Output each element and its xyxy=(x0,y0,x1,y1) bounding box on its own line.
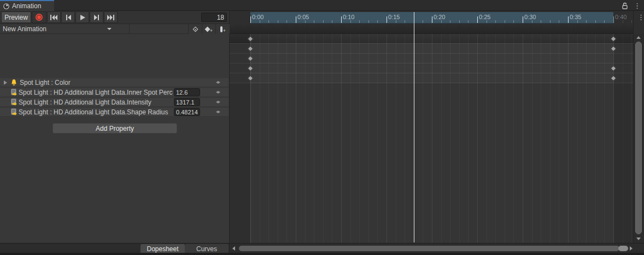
current-frame-field[interactable] xyxy=(201,13,227,22)
window-bottom-edge xyxy=(0,253,644,255)
value-field-shape-radius[interactable] xyxy=(174,108,200,116)
keyframe-diamond[interactable] xyxy=(247,45,253,51)
vertical-scrollbar[interactable] xyxy=(633,34,644,243)
ruler-time-label: 0:35 xyxy=(570,14,581,20)
tab-active-accent xyxy=(0,0,54,1)
horizontal-scroll-thumb-end-handle[interactable] xyxy=(618,246,628,251)
ruler-tick xyxy=(441,20,442,23)
time-ruler[interactable]: 0:000:050:100:150:200:250:300:350:40 xyxy=(230,11,633,24)
playhead-line[interactable] xyxy=(414,12,414,242)
ruler-tick xyxy=(377,20,378,23)
ruler-tick xyxy=(296,16,296,23)
property-list-panel: Spot Light : Color Spot Light : HD Addit… xyxy=(0,34,230,243)
clip-bar: New Animation + + xyxy=(0,24,230,34)
record-button[interactable] xyxy=(32,11,46,23)
tab-dopesheet[interactable]: Dopesheet xyxy=(140,244,185,253)
clip-dropdown[interactable]: New Animation xyxy=(0,24,130,34)
timeline-menu-icon[interactable]: ⋮ xyxy=(637,14,644,21)
key-state-marker[interactable] xyxy=(216,91,220,94)
previous-frame-button[interactable] xyxy=(61,11,75,23)
scroll-down-arrow-icon[interactable] xyxy=(636,237,641,240)
key-state-marker[interactable] xyxy=(216,101,220,103)
dopesheet-area[interactable] xyxy=(230,34,633,243)
ruler-tick xyxy=(623,20,623,23)
ruler-tick xyxy=(286,20,287,23)
value-field-intensity[interactable] xyxy=(174,98,200,106)
previous-frame-icon xyxy=(66,15,71,20)
property-row-inner-spot-percent[interactable]: Spot Light : HD Additional Light Data.In… xyxy=(0,88,229,96)
script-icon xyxy=(10,89,17,96)
ruler-time-label: 0:20 xyxy=(434,14,445,20)
tab-curves[interactable]: Curves xyxy=(185,244,229,253)
script-icon xyxy=(10,108,17,115)
tab-label: Animation xyxy=(12,2,41,10)
property-row-color[interactable]: Spot Light : Color xyxy=(0,78,229,86)
ruler-time-label: 0:40 xyxy=(615,14,627,20)
scroll-left-arrow-icon[interactable] xyxy=(232,246,235,251)
keyframe-outline-icon xyxy=(192,26,198,32)
spot-light-icon xyxy=(10,79,17,86)
property-name: Spot Light : HD Additional Light Data.In… xyxy=(19,98,173,106)
ruler-tick xyxy=(368,20,369,23)
ruler-tick xyxy=(541,20,541,23)
property-row-intensity[interactable]: Spot Light : HD Additional Light Data.In… xyxy=(0,98,229,106)
go-to-start-button[interactable] xyxy=(47,11,61,23)
event-marker-strip[interactable] xyxy=(230,24,633,34)
next-frame-button[interactable] xyxy=(90,11,103,23)
record-icon xyxy=(36,14,43,21)
key-state-marker[interactable] xyxy=(216,111,220,113)
foldout-triangle-icon[interactable] xyxy=(4,80,7,85)
ruler-tick xyxy=(450,20,450,23)
keyframe-diamond[interactable] xyxy=(247,75,253,81)
vertical-scroll-thumb[interactable] xyxy=(635,42,642,234)
title-bar: Animation ⋮ xyxy=(0,0,644,11)
animation-window: Animation ⋮ Preview xyxy=(0,0,644,255)
horizontal-scroll-thumb[interactable] xyxy=(239,246,619,251)
ruler-tick xyxy=(332,20,332,23)
keyframe-diamond[interactable] xyxy=(247,65,253,71)
property-row-shape-radius[interactable]: Spot Light : HD Additional Light Data.Sh… xyxy=(0,108,229,116)
play-button[interactable] xyxy=(75,11,89,23)
ruler-tick xyxy=(523,16,523,23)
play-icon xyxy=(80,15,85,20)
keyframe-summary-diamond[interactable] xyxy=(247,36,253,42)
value-field-inner-spot-percent[interactable] xyxy=(174,88,200,96)
window-menu-icon[interactable]: ⋮ xyxy=(634,2,641,9)
property-name: Spot Light : HD Additional Light Data.In… xyxy=(19,89,173,96)
add-keyframe-button[interactable]: + xyxy=(202,24,215,34)
ruler-time-label: 0:30 xyxy=(524,14,536,20)
unlock-icon[interactable] xyxy=(622,2,628,9)
key-state-marker[interactable] xyxy=(216,81,220,84)
keyframe-diamond[interactable] xyxy=(247,55,253,61)
ruler-tick xyxy=(250,16,251,23)
keyframe-diamond[interactable] xyxy=(610,65,616,71)
keyframe-diamond[interactable] xyxy=(610,45,616,51)
keyframe-diamond[interactable] xyxy=(610,75,616,81)
script-icon xyxy=(10,98,17,106)
go-to-start-icon xyxy=(50,15,57,20)
scroll-up-arrow-icon[interactable] xyxy=(636,36,641,39)
tab-animation[interactable]: Animation xyxy=(0,0,54,11)
ruler-tick xyxy=(559,20,559,23)
ruler-tick xyxy=(532,20,532,23)
ruler-corner: ⋮ xyxy=(633,11,644,34)
ruler-tick xyxy=(513,20,514,23)
ruler-time-label: 0:15 xyxy=(388,14,400,20)
animation-clock-icon xyxy=(3,3,10,10)
filter-by-selection-button[interactable] xyxy=(188,24,202,34)
ruler-tick xyxy=(586,20,587,23)
ruler-tick xyxy=(487,20,487,23)
ruler-tick xyxy=(432,16,432,23)
preview-toggle-button[interactable]: Preview xyxy=(1,11,31,23)
keyframe-summary-diamond[interactable] xyxy=(610,36,616,42)
horizontal-scrollbar[interactable] xyxy=(230,243,644,253)
add-keyframe-icon xyxy=(204,26,210,32)
scroll-right-arrow-icon[interactable] xyxy=(630,246,633,251)
next-frame-icon xyxy=(94,15,99,20)
property-name: Spot Light : Color xyxy=(20,79,71,86)
go-to-end-button[interactable] xyxy=(104,11,118,23)
ruler-tick xyxy=(405,20,405,23)
add-event-button[interactable]: + xyxy=(215,24,230,34)
add-property-button[interactable]: Add Property xyxy=(52,123,177,134)
ruler-tick xyxy=(341,16,342,23)
